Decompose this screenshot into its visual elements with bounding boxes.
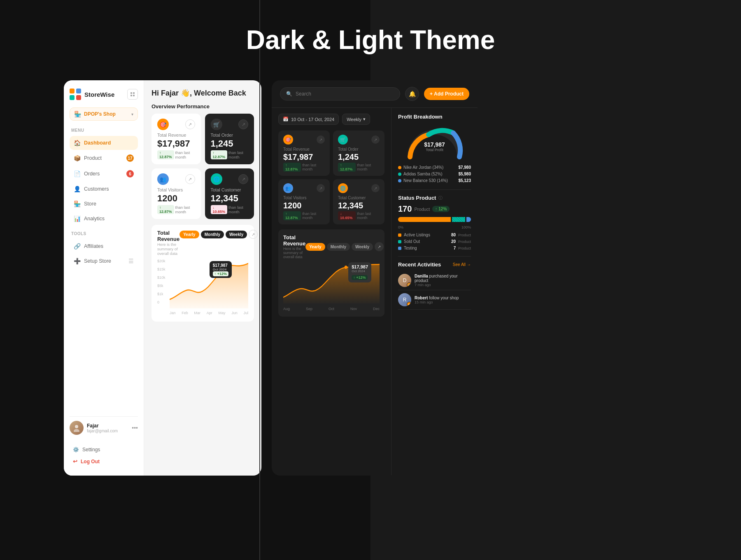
tab-yearly[interactable]: Yearly	[179, 231, 199, 238]
customer-change-badge: ↓ 10.65%	[211, 205, 228, 214]
stat-card-revenue: 🎯 ↗ Total Revenue $17,987 ↑ 12.87% than …	[151, 114, 201, 164]
tab-weekly[interactable]: Weekly	[226, 231, 247, 238]
order-expand-btn[interactable]: ↗	[238, 119, 248, 129]
profit-items: Nike Air Jordan (34%) $7,980 Adidas Samb…	[398, 165, 471, 183]
revenue-chart-info: Total Revenue Here is the summary of ove…	[157, 230, 179, 256]
revenue-chart-subtitle: Here is the summary of overall data	[157, 242, 179, 256]
danilla-name: Danilla	[415, 274, 428, 278]
sidebar-item-analytics[interactable]: 📊 Analytics	[70, 212, 138, 226]
dark-customer-value: 12,345	[338, 201, 380, 210]
dark-stat-revenue: 🎯 ↗ Total Revenue $17,987 ↑ 12.87% than …	[278, 131, 330, 176]
visitors-expand-btn[interactable]: ↗	[185, 174, 195, 184]
dark-panel: 🔍 🔔 + Add Product 📅 10 Oct - 17 Oct, 202…	[272, 80, 478, 476]
danilla-info: Danilla purchased your product 7 min ago	[415, 274, 471, 287]
add-product-button[interactable]: + Add Product	[424, 88, 469, 100]
sidebar-item-label-affiliates: Affiliates	[84, 243, 103, 249]
soldout-dot	[398, 240, 401, 243]
dark-stats-grid: 🎯 ↗ Total Revenue $17,987 ↑ 12.87% than …	[278, 131, 384, 224]
dark-customer-label: Total Customer	[338, 196, 380, 200]
dark-stat-order: 🛒 ↗ Total Order 1,245 ↑ 12.87% than last…	[333, 131, 384, 176]
dark-customer-expand[interactable]: ↗	[371, 184, 380, 192]
revenue-change-badge: ↑ 12.87%	[157, 150, 174, 159]
profit-item-nike: Nike Air Jordan (34%) $7,980	[398, 165, 471, 170]
sidebar-item-label-product: Product	[84, 155, 102, 161]
settings-item[interactable]: ⚙️ Settings	[70, 444, 138, 455]
sidebar-item-label-setup: Setup Store	[84, 258, 111, 264]
dark-tab-monthly[interactable]: Monthly	[327, 243, 350, 251]
notification-bell-btn[interactable]: 🔔	[405, 87, 419, 101]
user-menu-btn[interactable]: •••	[132, 425, 138, 431]
dark-stat-customer: 🌐 ↗ Total Customer 12,345 ↓ 10.65% than …	[333, 179, 384, 224]
dark-stat-header-visitors: 👥 ↗	[283, 183, 325, 193]
dark-order-badge: ↑ 12.87%	[338, 163, 356, 172]
dark-chart-tooltip: $17,987 Oct 2024 ↑ +12%	[348, 262, 371, 282]
tools-label: Tools	[71, 231, 138, 236]
dark-order-expand[interactable]: ↗	[371, 135, 380, 144]
revenue-chart-title: Total Revenue	[157, 230, 179, 242]
revenue-expand-btn[interactable]: ↗	[185, 119, 195, 129]
robert-action: follow your shop	[429, 296, 459, 300]
dark-revenue-expand[interactable]: ↗	[317, 135, 325, 144]
logo-inner: StoreWise	[70, 89, 114, 100]
testing-count: 7	[454, 246, 456, 250]
date-range-selector[interactable]: 📅 10 Oct - 17 Oct, 2024	[278, 114, 339, 125]
customer-expand-btn[interactable]: ↗	[238, 174, 248, 184]
active-name: Active Listings	[398, 233, 430, 237]
robert-badge: ♥	[407, 302, 411, 306]
setup-icon: ➕	[74, 258, 80, 264]
store-name: DPOP's Shop	[84, 111, 128, 117]
sidebar-item-affiliates[interactable]: 🔗 Affiliates	[70, 239, 138, 253]
dark-revenue-icon: 🎯	[283, 135, 293, 145]
dark-chart-header: Total Revenue Here is the summary of ove…	[283, 234, 380, 259]
activity-item-danilla: D 🛒 Danilla purchased your product 7 min…	[398, 271, 471, 290]
user-email: fajar@gmail.com	[87, 429, 128, 433]
testing-name: Testing	[398, 246, 417, 250]
dark-search-box[interactable]: 🔍	[280, 87, 400, 100]
dark-chart-expand-btn[interactable]: ↗	[375, 242, 384, 251]
dark-tooltip-value: $17,987	[352, 264, 368, 269]
chart-expand-btn[interactable]: ↗	[249, 230, 258, 239]
greeting: Hi Fajar 👋, Welcome Back	[151, 89, 254, 98]
robert-time: 15 min ago	[415, 300, 471, 304]
sidebar-item-dashboard[interactable]: 🏠 Dashboard	[70, 136, 138, 150]
sidebar: StoreWise 🏪 DPOP's Shop ▾ Menu 🏠 Dashboa…	[64, 80, 144, 476]
sidebar-item-label-dashboard: Dashboard	[84, 140, 111, 146]
dark-chart-subtitle: Here is the summary of overall data	[283, 247, 305, 259]
dark-customer-badge: ↓ 10.65%	[338, 211, 356, 220]
tab-monthly[interactable]: Monthly	[201, 231, 224, 238]
dark-visitors-icon: 👥	[283, 183, 293, 193]
progress-bar	[398, 217, 471, 222]
user-profile: Fajar fajar@gmail.com •••	[70, 416, 138, 441]
status-item-active: Active Listings 80 Product	[398, 233, 471, 237]
danilla-avatar: D 🛒	[398, 274, 411, 287]
user-info: Fajar fajar@gmail.com	[87, 423, 128, 433]
see-all-btn[interactable]: See All →	[453, 262, 471, 267]
sidebar-item-setup[interactable]: ➕ Setup Store ☰	[70, 254, 138, 268]
sidebar-item-customers[interactable]: 👤 Customers	[70, 182, 138, 196]
logout-item[interactable]: ↩ Log Out	[70, 455, 138, 467]
period-selector[interactable]: Weekly ▾	[342, 114, 370, 125]
revenue-chart-card: Total Revenue Here is the summary of ove…	[151, 225, 254, 322]
visitors-value: 1200	[157, 193, 195, 204]
sidebar-item-product[interactable]: 📦 Product 17	[70, 151, 138, 166]
dark-visitors-expand[interactable]: ↗	[317, 184, 325, 192]
customer-value: 12,345	[211, 193, 249, 204]
user-avatar	[70, 421, 84, 435]
status-count-row: 170 Product ↑ 12%	[398, 204, 471, 214]
sidebar-item-orders[interactable]: 📄 Orders 6	[70, 166, 138, 181]
progress-soldout	[452, 217, 465, 222]
stat-card-visitors: 👥 ↗ Total Visitors 1200 ↑ 12.87% than la…	[151, 168, 201, 219]
menu-label: Menu	[70, 128, 138, 133]
dark-order-value: 1,245	[338, 152, 380, 162]
sidebar-item-store[interactable]: 🏪 Store	[70, 197, 138, 211]
dark-stat-visitors: 👥 ↗ Total Visitors 1200 ↑ 12.87% than la…	[278, 179, 330, 224]
sidebar-logo: StoreWise	[70, 89, 138, 100]
search-input[interactable]	[296, 91, 394, 97]
dark-tab-weekly[interactable]: Weekly	[352, 243, 373, 251]
gauge-label: Total Profit	[424, 148, 445, 152]
dark-tab-yearly[interactable]: Yearly	[305, 243, 325, 251]
store-selector[interactable]: 🏪 DPOP's Shop ▾	[70, 107, 138, 121]
dark-revenue-chart-card: Total Revenue Here is the summary of ove…	[278, 229, 384, 317]
see-all-label: See All	[453, 262, 466, 267]
sidebar-toggle-btn[interactable]	[127, 89, 138, 100]
